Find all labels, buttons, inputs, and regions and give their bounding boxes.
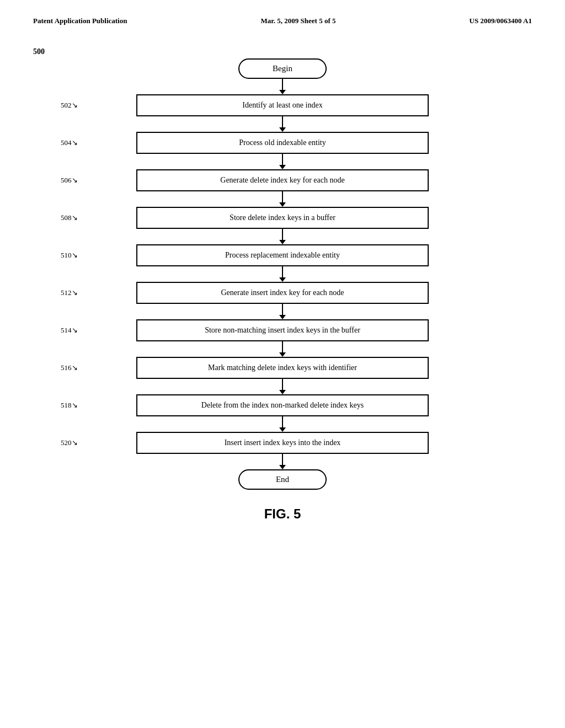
diagram-container: 500 Begin 502↘ Identify at least one ind… bbox=[33, 42, 532, 522]
step-516: Mark matching delete index keys with ide… bbox=[136, 357, 429, 379]
step-518: Delete from the index non-marked delete … bbox=[136, 394, 429, 416]
step-label-504: 504↘ bbox=[61, 138, 78, 147]
end-terminal: End bbox=[238, 469, 327, 490]
step-row-502: 502↘ Identify at least one index bbox=[33, 94, 532, 116]
step-row-506: 506↘ Generate delete index key for each … bbox=[33, 169, 532, 191]
diagram-label: 500 bbox=[33, 47, 45, 56]
step-label-512: 512↘ bbox=[61, 288, 78, 297]
step-row-504: 504↘ Process old indexable entity bbox=[33, 132, 532, 154]
begin-row: Begin bbox=[33, 58, 532, 79]
step-row-512: 512↘ Generate insert index key for each … bbox=[33, 282, 532, 304]
step-label-506: 506↘ bbox=[61, 176, 78, 185]
step-row-510: 510↘ Process replacement indexable entit… bbox=[33, 244, 532, 266]
arrow-2 bbox=[279, 154, 286, 169]
page: Patent Application Publication Mar. 5, 2… bbox=[0, 0, 565, 728]
arrow-3 bbox=[279, 191, 286, 207]
arrow-10 bbox=[279, 454, 286, 469]
arrow-9 bbox=[279, 416, 286, 432]
arrow-1 bbox=[279, 116, 286, 132]
arrow-7 bbox=[279, 341, 286, 357]
header-right: US 2009/0063400 A1 bbox=[470, 17, 532, 25]
arrow-8 bbox=[279, 379, 286, 394]
step-506: Generate delete index key for each node bbox=[136, 169, 429, 191]
step-row-508: 508↘ Store delete index keys in a buffer bbox=[33, 207, 532, 229]
step-label-518: 518↘ bbox=[61, 401, 78, 410]
step-label-508: 508↘ bbox=[61, 213, 78, 222]
begin-terminal: Begin bbox=[238, 58, 327, 79]
step-502: Identify at least one index bbox=[136, 94, 429, 116]
step-label-510: 510↘ bbox=[61, 251, 78, 260]
arrow-5 bbox=[279, 266, 286, 282]
header-center: Mar. 5, 2009 Sheet 5 of 5 bbox=[261, 17, 336, 25]
step-508: Store delete index keys in a buffer bbox=[136, 207, 429, 229]
step-row-516: 516↘ Mark matching delete index keys wit… bbox=[33, 357, 532, 379]
step-row-520: 520↘ Insert insert index keys into the i… bbox=[33, 432, 532, 454]
step-label-502: 502↘ bbox=[61, 101, 78, 110]
step-label-516: 516↘ bbox=[61, 363, 78, 372]
step-514: Store non-matching insert index keys in … bbox=[136, 319, 429, 341]
figure-caption: FIG. 5 bbox=[264, 506, 301, 522]
step-label-520: 520↘ bbox=[61, 438, 78, 447]
end-row: End bbox=[33, 469, 532, 490]
step-512: Generate insert index key for each node bbox=[136, 282, 429, 304]
arrow-6 bbox=[279, 304, 286, 319]
flowchart: Begin 502↘ Identify at least one index 5… bbox=[33, 58, 532, 490]
step-510: Process replacement indexable entity bbox=[136, 244, 429, 266]
step-504: Process old indexable entity bbox=[136, 132, 429, 154]
header-left: Patent Application Publication bbox=[33, 17, 127, 25]
arrow-0 bbox=[279, 79, 286, 94]
step-label-514: 514↘ bbox=[61, 326, 78, 335]
arrow-4 bbox=[279, 229, 286, 244]
page-header: Patent Application Publication Mar. 5, 2… bbox=[33, 17, 532, 25]
step-row-514: 514↘ Store non-matching insert index key… bbox=[33, 319, 532, 341]
step-520: Insert insert index keys into the index bbox=[136, 432, 429, 454]
step-row-518: 518↘ Delete from the index non-marked de… bbox=[33, 394, 532, 416]
